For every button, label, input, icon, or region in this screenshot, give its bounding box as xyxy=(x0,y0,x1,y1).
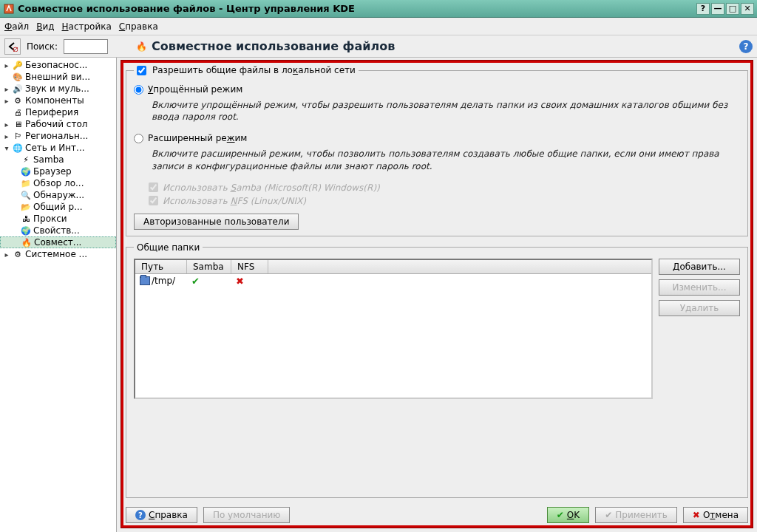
tree-sub-discovery[interactable]: 🔍Обнаруж... xyxy=(0,189,116,201)
shared-folders-group: Общие папки Путь Samba NFS /tmp/ ✔ ✖ xyxy=(126,242,748,498)
col-nfs[interactable]: NFS xyxy=(231,260,268,273)
sound-icon: 🔊 xyxy=(13,83,23,94)
tree-sub-connection[interactable]: 🌍Свойств... xyxy=(0,225,116,236)
tree-item-security[interactable]: ▸🔑Безопаснос... xyxy=(0,59,116,71)
tree-item-sound[interactable]: ▸🔊Звук и муль... xyxy=(0,83,116,95)
menubar: Файл Вид Настройка Справка xyxy=(0,18,757,35)
menu-help[interactable]: Справка xyxy=(119,21,158,32)
components-icon: ⚙ xyxy=(13,95,23,106)
cancel-icon: ✖ xyxy=(693,510,700,520)
simple-mode-radio[interactable] xyxy=(134,85,143,95)
menu-view[interactable]: Вид xyxy=(36,21,54,32)
lan-icon: 📁 xyxy=(21,178,31,188)
sharing-mode-group: Разрешить общие файлы в локальной сети У… xyxy=(126,65,748,236)
titlebar: Совместное использование файлов - Центр … xyxy=(0,0,757,18)
enable-sharing-label: Разрешить общие файлы в локальной сети xyxy=(152,65,356,75)
tree-item-regional[interactable]: ▸🏳Региональн... xyxy=(0,130,116,142)
tree-item-desktop[interactable]: ▸🖥Рабочий стол xyxy=(0,118,116,130)
enable-sharing-checkbox[interactable] xyxy=(137,66,146,75)
toolbar: Поиск: 🔥 Совместное использование файлов… xyxy=(0,35,757,58)
col-samba[interactable]: Samba xyxy=(187,260,231,273)
row-path: /tmp/ xyxy=(152,276,175,286)
ok-button[interactable]: ✔OK xyxy=(547,507,589,523)
cancel-button[interactable]: ✖Отмена xyxy=(683,507,748,523)
share-icon: 📂 xyxy=(21,202,31,212)
help-button[interactable]: ?Справка xyxy=(126,507,197,523)
use-nfs-label: Использовать NFS (Linux/UNIX) xyxy=(163,196,306,206)
remove-button: Удалить xyxy=(659,300,740,316)
question-icon: ? xyxy=(135,510,146,520)
appearance-icon: 🎨 xyxy=(13,72,23,82)
advanced-mode-label: Расширенный режим xyxy=(148,133,247,143)
tree-item-network[interactable]: ▾🌐Сеть и Инт... xyxy=(0,142,116,154)
system-icon: ⚙ xyxy=(13,249,23,259)
proxy-icon: 🖧 xyxy=(21,214,31,224)
filesharing-icon: 🔥 xyxy=(21,237,32,248)
cross-icon: ✖ xyxy=(236,276,244,287)
window-title: Совместное использование файлов - Центр … xyxy=(18,3,695,14)
simple-mode-label: Упрощённый режим xyxy=(148,84,242,95)
flag-icon: 🏳 xyxy=(13,131,23,141)
search-label: Поиск: xyxy=(27,41,58,52)
tree-sub-public-share[interactable]: 📂Общий р... xyxy=(0,201,116,213)
tree-sub-samba[interactable]: ⚡Samba xyxy=(0,154,116,166)
authorized-users-button[interactable]: Авторизованные пользователи xyxy=(134,214,299,230)
use-nfs-checkbox xyxy=(149,196,158,205)
maximize-button[interactable]: □ xyxy=(726,3,739,15)
menu-file[interactable]: Файл xyxy=(4,21,29,32)
tree-item-appearance[interactable]: 🎨Внешний ви... xyxy=(0,71,116,83)
globe-icon: 🌐 xyxy=(13,143,23,153)
check-icon: ✔ xyxy=(191,276,200,287)
shared-folders-legend: Общие папки xyxy=(134,242,203,253)
tree-sub-lan-browse[interactable]: 📁Обзор ло... xyxy=(0,177,116,189)
menu-settings[interactable]: Настройка xyxy=(62,21,112,32)
use-samba-checkbox xyxy=(149,183,158,192)
main-area: ▸🔑Безопаснос... 🎨Внешний ви... ▸🔊Звук и … xyxy=(0,58,757,532)
connection-icon: 🌍 xyxy=(21,225,31,236)
tree-item-peripherals[interactable]: 🖨Периферия xyxy=(0,106,116,118)
shield-icon: 🔑 xyxy=(13,60,23,70)
edit-button: Изменить... xyxy=(659,279,740,296)
tree-sub-browser[interactable]: 🌍Браузер xyxy=(0,166,116,177)
samba-icon: ⚡ xyxy=(21,154,31,165)
apply-icon: ✔ xyxy=(605,510,612,520)
expander-icon[interactable]: ▸ xyxy=(3,61,10,69)
close-button[interactable]: ✕ xyxy=(741,3,754,15)
category-tree[interactable]: ▸🔑Безопаснос... 🎨Внешний ви... ▸🔊Звук и … xyxy=(0,58,117,532)
defaults-button: По умолчанию xyxy=(203,507,291,523)
simple-mode-description: Включите упрощённый режим, чтобы разреши… xyxy=(152,99,740,123)
use-samba-label: Использовать Samba (Microsoft(R) Windows… xyxy=(163,183,380,193)
advanced-mode-radio[interactable] xyxy=(134,134,143,143)
search-input[interactable] xyxy=(64,39,108,54)
page-icon: 🔥 xyxy=(136,41,147,52)
help-window-button[interactable]: ? xyxy=(696,3,710,15)
col-path[interactable]: Путь xyxy=(135,260,187,273)
minimize-button[interactable]: — xyxy=(711,3,724,15)
ok-icon: ✔ xyxy=(557,510,564,520)
tree-item-components[interactable]: ▸⚙Компоненты xyxy=(0,95,116,106)
dialog-buttons: ?Справка По умолчанию ✔OK ✔Применить ✖От… xyxy=(126,504,748,523)
advanced-mode-description: Включите расширенный режим, чтобы позвол… xyxy=(152,148,740,171)
tree-sub-proxy[interactable]: 🖧Прокси xyxy=(0,213,116,225)
desktop-icon: 🖥 xyxy=(13,119,23,129)
discovery-icon: 🔍 xyxy=(21,190,31,200)
back-button[interactable] xyxy=(4,38,21,55)
context-help-button[interactable]: ? xyxy=(739,40,753,53)
app-icon xyxy=(3,3,15,15)
add-button[interactable]: Добавить... xyxy=(659,259,740,275)
table-row[interactable]: /tmp/ ✔ ✖ xyxy=(135,274,651,288)
peripherals-icon: 🖨 xyxy=(13,107,23,117)
folder-icon xyxy=(140,276,150,285)
content-panel: Разрешить общие файлы в локальной сети У… xyxy=(117,58,757,532)
shared-folders-table[interactable]: Путь Samba NFS /tmp/ ✔ ✖ xyxy=(134,259,653,399)
browser-icon: 🌍 xyxy=(21,166,31,177)
apply-button: ✔Применить xyxy=(595,507,677,523)
tree-sub-filesharing[interactable]: 🔥Совмест... xyxy=(0,236,116,248)
tree-item-system[interactable]: ▸⚙Системное ... xyxy=(0,248,116,260)
page-title: Совместное использование файлов xyxy=(152,39,395,53)
